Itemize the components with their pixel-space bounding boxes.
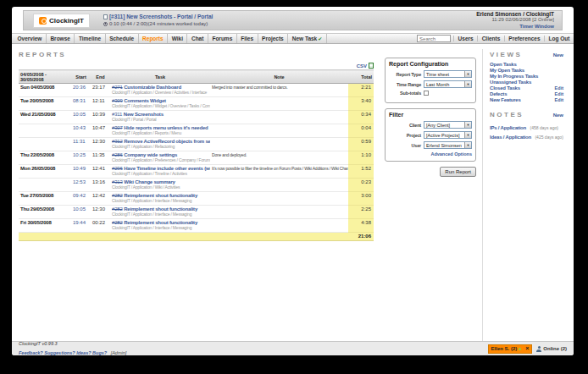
admin-link[interactable]: [Admin] xyxy=(111,350,127,355)
row-end-time: 12:30 xyxy=(91,206,110,219)
table-row: Sun 04/05/2008 20:36 23:17 #271 Customiz… xyxy=(19,84,374,97)
clockingit-logo[interactable]: ClockingIT xyxy=(33,14,90,28)
row-end-time: 10:39 xyxy=(91,111,110,124)
nav-tab[interactable]: Users xyxy=(453,36,477,41)
row-task-cell: #286 Company wide settings ClockingIT / … xyxy=(110,151,210,165)
user-select[interactable]: Erlend Simonsen ▼ xyxy=(424,141,472,149)
nav-tab[interactable]: Files xyxy=(237,34,258,43)
table-row: Tue 27/05/2008 09:42 12:42 #282 Reimplem… xyxy=(19,192,374,206)
nav-tab[interactable]: Clients xyxy=(477,36,504,41)
nav-tab[interactable]: Forums xyxy=(208,34,237,43)
row-start-time-link[interactable]: 09:42 xyxy=(71,192,91,206)
chevron-down-icon: ▼ xyxy=(464,142,471,148)
nav-tab[interactable]: Preferences xyxy=(504,36,544,41)
current-task-link[interactable]: [#311] New Screenshots - Portal / Portal xyxy=(109,14,213,20)
run-report-button[interactable]: Run Report xyxy=(440,167,476,177)
nav-tab[interactable]: New Task ✔ xyxy=(288,34,327,43)
nav-tab[interactable]: Log Out xyxy=(544,36,574,41)
views-list: Open Tasks My Open Tasks My In Progress … xyxy=(490,62,563,103)
nav-tab[interactable]: Projects xyxy=(258,34,289,43)
view-link[interactable]: Unassigned Tasks xyxy=(490,80,531,85)
chevron-down-icon: ▼ xyxy=(464,122,471,128)
current-task-info: [#311] New Screenshots - Portal / Portal… xyxy=(103,14,213,27)
user-value: Erlend Simonsen xyxy=(426,143,462,148)
view-link[interactable]: Defects xyxy=(490,91,507,97)
view-link[interactable]: Open Tasks xyxy=(490,62,517,68)
note-link[interactable]: Ideas / Application xyxy=(490,135,531,140)
row-start-time-link[interactable]: 20:36 xyxy=(71,84,91,97)
row-date: Wed 21/05/2008 xyxy=(19,111,71,124)
row-total: 2:25 xyxy=(348,206,374,219)
view-link[interactable]: Closed Tasks xyxy=(490,85,520,91)
row-end-time: 12:11 xyxy=(91,97,110,111)
report-type-label: Report Type xyxy=(389,72,421,77)
view-link[interactable]: New Features xyxy=(490,97,521,103)
time-range-select[interactable]: Last Month ▼ xyxy=(424,80,472,88)
view-link[interactable]: My Open Tasks xyxy=(490,68,524,74)
table-row: Wed 21/05/2008 10:05 10:39 #311 New Scre… xyxy=(19,111,374,124)
row-note: It's now possible to filter the timeline… xyxy=(210,165,348,179)
close-icon[interactable]: × xyxy=(525,346,529,351)
nav-tab[interactable]: Timeline xyxy=(75,34,105,43)
view-link[interactable]: My In Progress Tasks xyxy=(490,74,538,80)
note-link[interactable]: IPs / Application xyxy=(490,125,526,130)
note-row: Ideas / Application (425 days ago) xyxy=(490,131,563,140)
row-start-time-link[interactable]: 11:31 xyxy=(71,138,91,151)
row-total: 0:04 xyxy=(348,124,374,138)
table-row: Fri 30/05/2008 19:44 00:22 #282 Reimplem… xyxy=(19,219,374,233)
row-start-time-link[interactable]: 10:43 xyxy=(71,124,91,138)
app-window: ClockingIT [#311] New Screenshots - Port… xyxy=(12,7,574,355)
nav-tab[interactable]: Schedule xyxy=(106,34,139,43)
row-note xyxy=(210,124,348,138)
csv-icon[interactable] xyxy=(369,63,374,69)
view-edit-link[interactable]: Edit xyxy=(555,85,563,91)
table-row: Mon 26/05/2008 10:49 12:41 #296 Have Tim… xyxy=(19,165,374,179)
timer-status: 0:10 (0:44 / 2:00)(24 minutes worked tod… xyxy=(109,20,208,27)
nav-tab[interactable]: Browse xyxy=(47,34,75,43)
reports-section: REPORTS CSV 04/05/2008 - 30/05/2008 Star… xyxy=(19,49,374,341)
row-note: Merged into master and committed to darc… xyxy=(210,84,348,97)
new-note-link[interactable]: New xyxy=(553,113,563,118)
chat-user-label: Ellen S. (2) xyxy=(491,346,518,351)
chat-tab[interactable]: Ellen S. (2) × xyxy=(488,344,533,354)
nav-tab[interactable]: Reports xyxy=(139,34,169,43)
advanced-options-link[interactable]: Advanced Options xyxy=(389,151,472,157)
row-total: 0:34 xyxy=(348,111,374,124)
feedback-links[interactable]: Feedback? Suggestions? Ideas? Bugs? xyxy=(19,350,107,355)
chevron-down-icon: ▼ xyxy=(464,81,471,87)
nav-tab[interactable]: Chat xyxy=(187,34,208,43)
nav-tab-label: Timeline xyxy=(79,36,101,41)
report-type-select[interactable]: Time sheet ▼ xyxy=(424,70,472,78)
grand-total-row: 21:06 xyxy=(19,233,374,241)
view-edit-link[interactable]: Edit xyxy=(555,91,563,97)
nav-tab[interactable]: Overview xyxy=(14,34,47,43)
project-select[interactable]: [Active Projects] ▼ xyxy=(424,131,472,139)
time-range-value: Last Month xyxy=(426,82,449,87)
row-start-time-link[interactable]: 12:53 xyxy=(71,179,91,192)
column-header-daterange: 04/05/2008 - 30/05/2008 xyxy=(19,70,71,84)
row-date: Tue 20/05/2008 xyxy=(19,97,71,111)
csv-export-link[interactable]: CSV xyxy=(357,63,367,69)
row-start-time-link[interactable]: 10:25 xyxy=(71,151,91,165)
nav-tab[interactable]: Wiki xyxy=(168,34,187,43)
note-age: (425 days ago) xyxy=(535,135,563,140)
row-start-time-link[interactable]: 10:05 xyxy=(71,206,91,219)
client-select[interactable]: [Any Client] ▼ xyxy=(424,121,472,129)
notes-list: IPs / Application (458 days ago) Ideas /… xyxy=(490,122,563,140)
timer-window-link[interactable]: Timer Window xyxy=(476,24,554,30)
row-date: Tue 27/05/2008 xyxy=(19,192,71,206)
new-view-link[interactable]: New xyxy=(553,52,563,58)
row-start-time-link[interactable]: 10:49 xyxy=(71,165,91,179)
nav-tab-label: Files xyxy=(241,36,253,41)
online-toggle[interactable]: Online (2) xyxy=(536,346,567,352)
row-task-cell: #313 Wiki Change summary ClockingIT / Ap… xyxy=(110,179,210,192)
row-start-time-link[interactable]: 10:05 xyxy=(71,111,91,124)
status-dot-icon xyxy=(519,348,521,350)
search-input[interactable] xyxy=(417,35,451,42)
subtotals-checkbox[interactable] xyxy=(424,91,429,96)
view-edit-link[interactable]: Edit xyxy=(555,97,563,103)
column-header-note: Note xyxy=(210,70,348,84)
nav-tab-label: Reports xyxy=(142,36,164,41)
row-start-time-link[interactable]: 08:31 xyxy=(71,97,91,111)
row-start-time-link[interactable]: 19:44 xyxy=(71,219,91,233)
